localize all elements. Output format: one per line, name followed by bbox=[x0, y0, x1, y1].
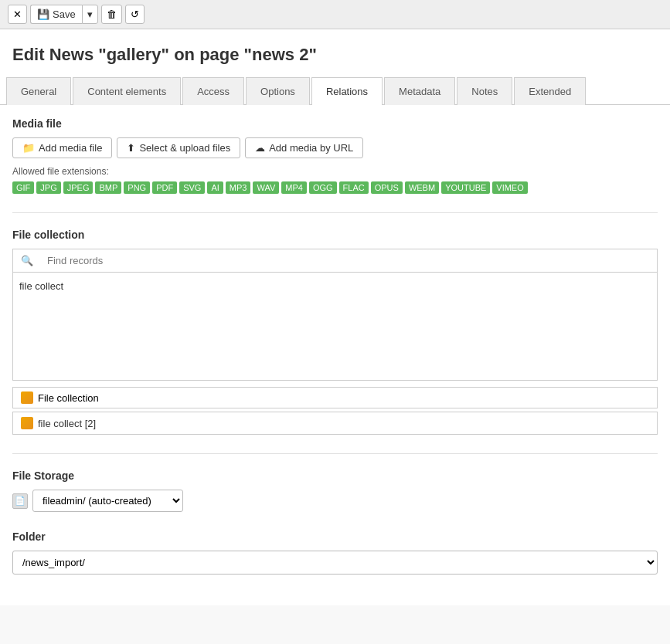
delete-button[interactable]: 🗑 bbox=[101, 5, 122, 24]
save-icon: 💾 bbox=[37, 8, 49, 20]
ext-tag-webm: WEBM bbox=[405, 181, 439, 194]
ext-tag-jpeg: JPEG bbox=[63, 181, 94, 194]
tab-notes[interactable]: Notes bbox=[457, 77, 512, 105]
page-title: Edit News "gallery" on page "news 2" bbox=[0, 29, 670, 77]
undo-icon: ↺ bbox=[131, 8, 139, 20]
file-collection-search-box: 🔍 bbox=[12, 249, 658, 273]
main-content: Media file 📁 Add media file ⬆ Select & u… bbox=[0, 105, 670, 605]
ext-tag-svg: SVG bbox=[179, 181, 205, 194]
tab-access[interactable]: Access bbox=[182, 77, 244, 105]
storage-select[interactable]: fileadmin/ (auto-created) bbox=[32, 490, 183, 512]
close-button[interactable]: ✕ bbox=[8, 5, 27, 24]
ext-tag-bmp: BMP bbox=[95, 181, 121, 194]
save-button[interactable]: 💾 Save bbox=[30, 5, 82, 24]
file-collection-section: File collection 🔍 file collect File coll… bbox=[12, 229, 658, 435]
ext-tag-ogg: OGG bbox=[309, 181, 337, 194]
ext-tag-pdf: PDF bbox=[152, 181, 177, 194]
allowed-extensions-label: Allowed file extensions: bbox=[12, 166, 658, 177]
file-collection-search-input[interactable] bbox=[41, 249, 657, 272]
tab-metadata[interactable]: Metadata bbox=[384, 77, 455, 105]
file-collection-result: file collect [2] bbox=[12, 412, 658, 435]
file-collection-result-icon bbox=[21, 417, 33, 429]
upload-icon: ⬆ bbox=[127, 142, 135, 154]
ext-tag-opus: OPUS bbox=[371, 181, 403, 194]
media-file-title: Media file bbox=[12, 117, 658, 130]
cloud-icon: ☁ bbox=[255, 142, 265, 154]
save-split-button: 💾 Save ▾ bbox=[30, 5, 98, 24]
close-icon: ✕ bbox=[13, 8, 22, 20]
add-media-url-button[interactable]: ☁ Add media by URL bbox=[245, 137, 363, 158]
ext-tag-jpg: JPG bbox=[36, 181, 60, 194]
ext-tag-wav: WAV bbox=[253, 181, 279, 194]
file-collection-title: File collection bbox=[12, 229, 658, 241]
file-collection-list: file collect bbox=[12, 273, 658, 381]
ext-tag-ai: AI bbox=[207, 181, 223, 194]
file-list-item: file collect bbox=[19, 279, 651, 293]
folder-icon: 📁 bbox=[22, 142, 35, 154]
trash-icon: 🗑 bbox=[107, 8, 117, 20]
select-upload-button[interactable]: ⬆ Select & upload files bbox=[117, 137, 240, 158]
tab-options[interactable]: Options bbox=[246, 77, 310, 105]
add-media-file-button[interactable]: 📁 Add media file bbox=[12, 137, 112, 158]
add-media-url-label: Add media by URL bbox=[269, 142, 353, 154]
storage-icon: 📄 bbox=[12, 493, 28, 509]
select-upload-label: Select & upload files bbox=[139, 142, 230, 154]
folder-section: Folder /news_import/ bbox=[12, 530, 658, 575]
tab-extended[interactable]: Extended bbox=[514, 77, 586, 105]
chevron-down-icon: ▾ bbox=[87, 8, 93, 20]
undo-button[interactable]: ↺ bbox=[125, 5, 145, 24]
folder-title: Folder bbox=[12, 530, 658, 543]
file-collection-btn-label: File collection bbox=[38, 392, 99, 404]
file-collection-folder-icon bbox=[21, 391, 33, 404]
tab-content-elements[interactable]: Content elements bbox=[73, 77, 181, 105]
add-media-label: Add media file bbox=[39, 142, 102, 154]
ext-tag-mp4: MP4 bbox=[281, 181, 307, 194]
media-file-section: Media file 📁 Add media file ⬆ Select & u… bbox=[12, 117, 658, 194]
ext-tag-png: PNG bbox=[124, 181, 150, 194]
file-collection-result-label: file collect [2] bbox=[38, 418, 96, 429]
ext-tag-gif: GIF bbox=[12, 181, 34, 194]
tab-general[interactable]: General bbox=[6, 77, 71, 105]
tabs-bar: General Content elements Access Options … bbox=[0, 77, 670, 105]
save-dropdown-arrow[interactable]: ▾ bbox=[82, 5, 98, 24]
file-collection-button[interactable]: File collection bbox=[12, 387, 658, 408]
ext-tag-flac: FLAC bbox=[339, 181, 369, 194]
divider-1 bbox=[12, 212, 658, 213]
file-storage-title: File Storage bbox=[12, 469, 658, 482]
ext-tag-vimeo: VIMEO bbox=[492, 181, 527, 194]
tab-relations[interactable]: Relations bbox=[311, 77, 383, 105]
media-buttons-row: 📁 Add media file ⬆ Select & upload files… bbox=[12, 137, 658, 158]
file-storage-section: File Storage 📄 fileadmin/ (auto-created) bbox=[12, 469, 658, 512]
toolbar: ✕ 💾 Save ▾ 🗑 ↺ bbox=[0, 0, 670, 29]
search-icon: 🔍 bbox=[13, 249, 41, 272]
extension-tags: GIFJPGJPEGBMPPNGPDFSVGAIMP3WAVMP4OGGFLAC… bbox=[12, 181, 658, 194]
divider-2 bbox=[12, 453, 658, 454]
save-label: Save bbox=[53, 8, 76, 20]
folder-select[interactable]: /news_import/ bbox=[12, 551, 658, 575]
ext-tag-mp3: MP3 bbox=[226, 181, 251, 194]
ext-tag-youtube: YOUTUBE bbox=[441, 181, 490, 194]
storage-select-wrap: 📄 fileadmin/ (auto-created) bbox=[12, 490, 658, 512]
